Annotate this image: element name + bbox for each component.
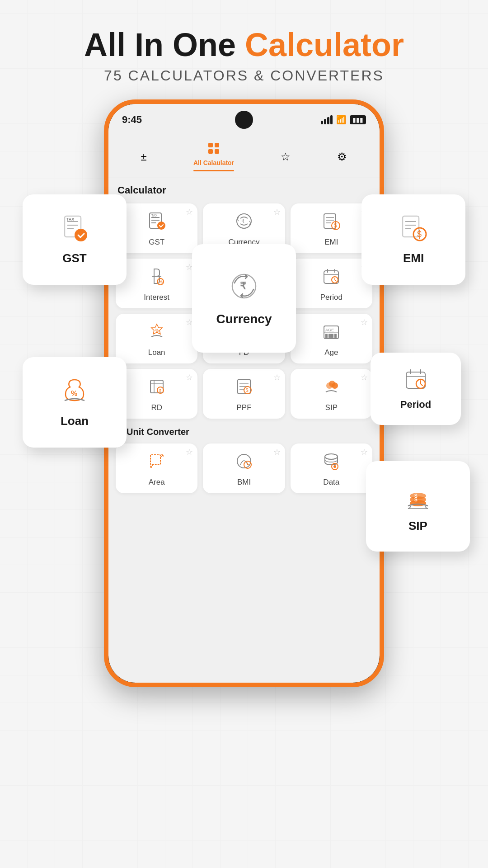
- bmi-icon: [235, 452, 253, 474]
- interest-label: Interest: [144, 293, 169, 302]
- svg-text:%: %: [155, 328, 159, 333]
- interest-icon: %: [148, 267, 166, 289]
- star-bmi[interactable]: ☆: [273, 447, 281, 457]
- star-currency[interactable]: ☆: [273, 207, 281, 217]
- card-area[interactable]: ☆ Area: [116, 443, 197, 493]
- floating-period-label: Period: [400, 399, 431, 410]
- sip-label: SIP: [325, 403, 338, 412]
- phone-mockup: 9:45 📶 ▮▮▮ ±: [104, 99, 384, 687]
- svg-text:█ █: █ █: [325, 334, 331, 338]
- gst-label: GST: [149, 238, 164, 247]
- card-period[interactable]: ☆ Period: [291, 259, 372, 308]
- svg-point-83: [410, 493, 426, 499]
- floating-currency-label: Currency: [216, 312, 272, 326]
- floating-card-currency[interactable]: ₹ Currency: [192, 244, 296, 353]
- card-bmi[interactable]: ☆ BMI: [203, 443, 285, 493]
- card-interest[interactable]: ☆ % Interest: [116, 259, 197, 308]
- phone-frame: 9:45 📶 ▮▮▮ ±: [104, 99, 384, 687]
- calc-basic-icon: ±: [141, 151, 147, 163]
- status-time: 9:45: [122, 114, 142, 126]
- star-sip[interactable]: ☆: [361, 373, 368, 382]
- unit-converter-header: Unit Converter: [108, 422, 380, 440]
- data-icon: [322, 452, 340, 474]
- card-data[interactable]: ☆ Data: [291, 443, 372, 493]
- all-calc-label: All Calaulator: [193, 159, 234, 166]
- emi-icon: $: [322, 212, 340, 234]
- floating-card-sip[interactable]: $ $ SIP: [366, 461, 470, 552]
- favorites-icon: ☆: [281, 151, 291, 163]
- svg-point-56: [325, 454, 338, 459]
- svg-text:TAX: TAX: [66, 217, 74, 222]
- svg-text:█ █: █ █: [331, 334, 337, 338]
- star-ppf[interactable]: ☆: [273, 373, 281, 382]
- all-calc-icon: [207, 142, 220, 157]
- active-indicator: [193, 170, 234, 171]
- svg-text:%: %: [159, 279, 163, 284]
- bmi-label: BMI: [237, 478, 251, 487]
- tab-all-calculator[interactable]: All Calaulator: [189, 139, 239, 174]
- floating-emi-label: EMI: [403, 251, 424, 265]
- unit-converter-label: Unit Converter: [127, 427, 189, 437]
- svg-text:%: %: [71, 390, 77, 397]
- card-loan[interactable]: ☆ % Loan: [116, 314, 197, 363]
- star-area[interactable]: ☆: [186, 447, 193, 457]
- svg-text:$: $: [334, 222, 337, 229]
- floating-card-period[interactable]: Period: [371, 353, 461, 425]
- period-label: Period: [320, 293, 343, 302]
- svg-rect-2: [208, 149, 213, 154]
- calculator-section-header: Calculator: [108, 178, 380, 200]
- floating-card-gst[interactable]: TAX GST: [23, 194, 127, 285]
- period-icon: [322, 267, 340, 289]
- star-gst[interactable]: ☆: [186, 207, 193, 217]
- app-tabs: ± All Calaulator ☆: [108, 136, 380, 178]
- svg-point-8: [157, 222, 165, 230]
- floating-period-icon: [404, 368, 427, 394]
- svg-text:$: $: [159, 388, 161, 393]
- floating-sip-label: SIP: [408, 519, 427, 533]
- data-label: Data: [323, 478, 339, 487]
- tab-settings[interactable]: ⚙: [333, 148, 352, 166]
- svg-text:AGE: AGE: [325, 328, 334, 332]
- card-emi[interactable]: ☆ $: [291, 203, 372, 253]
- svg-rect-1: [215, 143, 219, 147]
- svg-text:₹: ₹: [240, 280, 247, 292]
- app-title: All In One Calculator: [18, 27, 470, 63]
- card-age[interactable]: ☆ AGE █ █ █ █ Age: [291, 314, 372, 363]
- loan-icon: %: [148, 322, 166, 344]
- gst-icon: TAX: [148, 212, 166, 234]
- currency-icon: ₹: [235, 212, 253, 234]
- floating-loan-label: Loan: [61, 414, 89, 428]
- star-data[interactable]: ☆: [361, 447, 368, 457]
- svg-text:$: $: [246, 388, 249, 393]
- floating-card-emi[interactable]: $ EMI: [361, 194, 465, 285]
- svg-point-58: [333, 465, 336, 468]
- star-age[interactable]: ☆: [361, 317, 368, 327]
- status-bar: 9:45 📶 ▮▮▮: [108, 104, 380, 136]
- svg-rect-53: [150, 455, 160, 465]
- card-sip-grid[interactable]: ☆ SIP: [291, 369, 372, 419]
- svg-text:₹: ₹: [241, 218, 245, 224]
- ppf-icon: $: [235, 377, 253, 400]
- unit-converter-grid: ☆ Area ☆: [108, 440, 380, 497]
- floating-gst-label: GST: [62, 251, 86, 265]
- card-rd[interactable]: ☆ $ RD: [116, 369, 197, 419]
- card-gst[interactable]: ☆ TAX GST: [116, 203, 197, 253]
- age-icon: AGE █ █ █ █: [322, 322, 340, 344]
- rd-icon: $: [148, 377, 166, 400]
- ppf-label: PPF: [236, 403, 251, 412]
- svg-point-64: [75, 229, 87, 241]
- svg-text:$: $: [414, 496, 418, 503]
- floating-loan-icon: %: [61, 377, 88, 410]
- tab-calc-basic[interactable]: ±: [136, 148, 151, 166]
- status-icons: 📶 ▮▮▮: [321, 115, 366, 125]
- tab-favorites[interactable]: ☆: [276, 148, 295, 166]
- floating-card-loan[interactable]: % Loan: [23, 357, 127, 448]
- svg-text:TAX: TAX: [151, 214, 157, 217]
- svg-point-51: [332, 382, 338, 389]
- floating-emi-icon: $: [400, 214, 427, 247]
- area-icon: [148, 452, 166, 474]
- star-rd[interactable]: ☆: [186, 373, 193, 382]
- rd-label: RD: [151, 403, 162, 412]
- svg-rect-0: [208, 143, 213, 147]
- card-ppf[interactable]: ☆ $ PPF: [203, 369, 285, 419]
